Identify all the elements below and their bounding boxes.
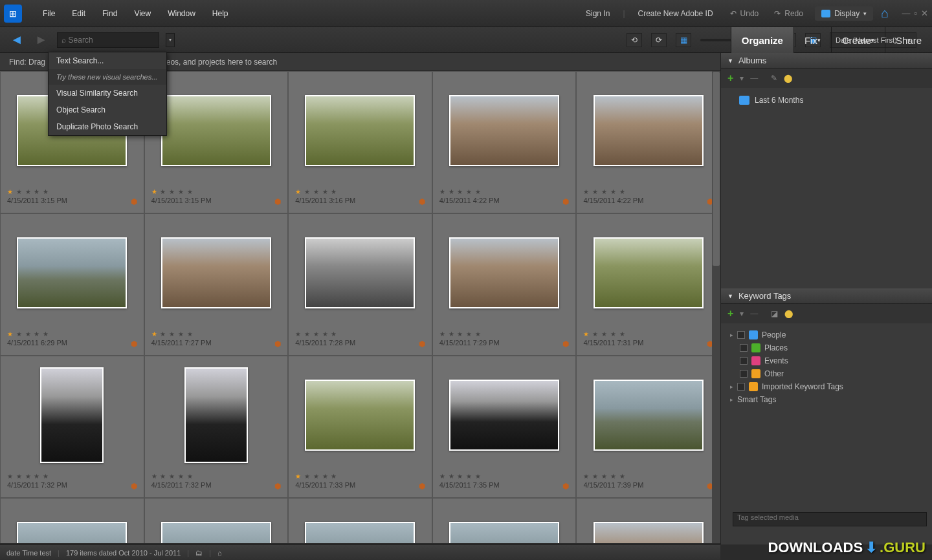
album-item-last6months[interactable]: Last 6 Months xyxy=(734,93,927,107)
thumbnail-tag-icon[interactable]: ⬢ xyxy=(562,197,569,206)
mode-tab-create[interactable]: Create ▾ xyxy=(831,27,885,53)
tag-other[interactable]: Other xyxy=(726,367,927,380)
thumbnail-tag-icon[interactable]: ⬢ xyxy=(419,197,425,206)
mode-tab-organize[interactable]: Organize xyxy=(731,27,793,53)
thumbnail-cell[interactable]: ★ ★ ★ ★ ★ 4/15/2011 7:33 PM⬢ xyxy=(288,356,432,498)
add-album-button[interactable]: + xyxy=(727,72,733,84)
thumbnail-tag-icon[interactable]: ⬢ xyxy=(274,339,281,349)
thumbnail-image[interactable] xyxy=(594,522,704,543)
thumbnail-image[interactable] xyxy=(161,95,271,166)
tag-checkbox[interactable] xyxy=(740,357,748,365)
thumbnail-image[interactable] xyxy=(594,237,704,308)
thumbnail-rating[interactable]: ★ ★ ★ ★ ★ xyxy=(7,188,137,195)
thumbnail-tag-icon[interactable]: ⬢ xyxy=(274,197,281,206)
thumbnail-rating[interactable]: ★ ★ ★ ★ ★ xyxy=(151,473,282,480)
thumbnail-rating[interactable]: ★ ★ ★ ★ ★ xyxy=(151,188,282,195)
tag-checkbox[interactable] xyxy=(737,383,745,391)
tag-events[interactable]: Events xyxy=(726,354,927,367)
display-dropdown[interactable]: Display▾ xyxy=(815,6,873,21)
thumbnail-tag-icon[interactable]: ⬢ xyxy=(131,339,137,349)
tag-checkbox[interactable] xyxy=(740,344,748,352)
vertical-scrollbar[interactable] xyxy=(712,71,720,543)
thumbnail-cell[interactable]: ★ ★ ★ ★ ★ 4/15/2011 7:28 PM⬢ xyxy=(288,213,432,356)
thumbnail-tag-icon[interactable]: ⬢ xyxy=(562,339,569,349)
tag-checkbox[interactable] xyxy=(737,331,745,339)
create-adobe-id-link[interactable]: Create New Adobe ID xyxy=(633,6,718,21)
tag-imported-keyword-tags[interactable]: ▸Imported Keyword Tags xyxy=(726,380,927,393)
status-icon[interactable]: 🗂 xyxy=(195,549,203,557)
thumbnail-rating[interactable]: ★ ★ ★ ★ ★ xyxy=(295,188,425,195)
thumbnail-cell[interactable]: ★ ★ ★ ★ ★ 4/15/2011 7:29 PM⬢ xyxy=(432,213,577,356)
thumbnail-image[interactable] xyxy=(449,522,559,543)
status-home-icon[interactable]: ⌂ xyxy=(217,549,222,557)
thumbnail-tag-icon[interactable]: ⬢ xyxy=(131,482,137,491)
thumbnail-tag-icon[interactable]: ⬢ xyxy=(419,339,425,349)
thumbnail-image[interactable] xyxy=(594,95,704,166)
thumbnail-image[interactable] xyxy=(17,237,127,308)
thumbnail-rating[interactable]: ★ ★ ★ ★ ★ xyxy=(295,330,425,338)
face-recognition-icon[interactable]: ◪ xyxy=(771,309,778,318)
nav-forward-button[interactable]: ► xyxy=(32,31,50,48)
thumbnail-cell[interactable]: ★ ★ ★ ★ ★ 4/15/2011 7:35 PM⬢ xyxy=(432,356,577,498)
keyword-tags-panel-header[interactable]: ▼Keyword Tags xyxy=(721,288,932,304)
thumbnail-rating[interactable]: ★ ★ ★ ★ ★ xyxy=(583,473,713,480)
dropdown-visual-similarity-search[interactable]: Visual Similarity Search xyxy=(49,85,166,102)
thumbnail-rating[interactable]: ★ ★ ★ ★ ★ xyxy=(583,330,713,338)
view-rotate-right-icon[interactable]: ⟳ xyxy=(651,33,667,47)
nav-back-button[interactable]: ◄ xyxy=(8,31,26,48)
thumbnail-rating[interactable]: ★ ★ ★ ★ ★ xyxy=(583,188,713,195)
minimize-button[interactable]: — xyxy=(902,8,910,18)
thumbnail-image[interactable] xyxy=(184,367,248,463)
thumbnail-image[interactable] xyxy=(40,367,104,463)
thumbnail-rating[interactable]: ★ ★ ★ ★ ★ xyxy=(439,330,570,338)
view-rotate-left-icon[interactable]: ⟲ xyxy=(627,33,642,47)
add-tag-button[interactable]: + xyxy=(727,308,733,319)
thumbnail-image[interactable] xyxy=(161,237,271,308)
mode-tab-fix[interactable]: Fix ▾ xyxy=(793,27,831,53)
thumbnail-image[interactable] xyxy=(449,237,559,308)
dropdown-duplicate-photo-search[interactable]: Duplicate Photo Search xyxy=(49,118,166,135)
thumbnail-tag-icon[interactable]: ⬢ xyxy=(419,482,425,491)
search-input[interactable] xyxy=(69,36,155,45)
view-thumbnails-icon[interactable]: ▦ xyxy=(676,33,691,47)
tags-tip-icon[interactable]: ⬤ xyxy=(784,309,793,318)
mode-tab-share[interactable]: Share xyxy=(885,27,932,53)
thumbnail-cell[interactable]: ★ ★ ★ ★ ★ ⬢ xyxy=(144,498,289,543)
tag-places[interactable]: Places xyxy=(726,341,927,354)
thumbnail-rating[interactable]: ★ ★ ★ ★ ★ xyxy=(439,188,570,195)
tag-media-input[interactable] xyxy=(733,513,926,521)
menu-help[interactable]: Help xyxy=(205,5,236,22)
thumbnail-cell[interactable]: ★ ★ ★ ★ ★ 4/15/2011 4:22 PM⬢ xyxy=(576,71,720,213)
thumbnail-image[interactable] xyxy=(594,380,704,451)
edit-album-icon[interactable]: ✎ xyxy=(771,74,777,83)
tag-checkbox[interactable] xyxy=(740,370,748,378)
dropdown-text-search[interactable]: Text Search... xyxy=(49,52,166,69)
thumbnail-cell[interactable]: ★ ★ ★ ★ ★ 4/15/2011 4:22 PM⬢ xyxy=(432,71,577,213)
home-icon[interactable]: ⌂ xyxy=(881,6,889,21)
redo-button[interactable]: ↷Redo xyxy=(770,6,807,21)
maximize-button[interactable]: ▫ xyxy=(914,8,917,18)
albums-tip-icon[interactable]: ⬤ xyxy=(784,74,792,83)
undo-button[interactable]: ↶Undo xyxy=(726,6,763,21)
search-dropdown-button[interactable]: ▾ xyxy=(166,33,175,47)
thumbnail-image[interactable] xyxy=(17,522,127,543)
thumbnail-tag-icon[interactable]: ⬢ xyxy=(274,482,281,491)
thumbnail-image[interactable] xyxy=(449,380,559,451)
thumbnail-rating[interactable]: ★ ★ ★ ★ ★ xyxy=(7,330,137,338)
thumbnail-cell[interactable]: ★ ★ ★ ★ ★ 4/15/2011 7:31 PM⬢ xyxy=(576,213,720,356)
close-button[interactable]: ✕ xyxy=(921,8,928,18)
thumbnail-cell[interactable]: ★ ★ ★ ★ ★ ⬢ xyxy=(576,498,720,543)
thumbnail-cell[interactable]: ★ ★ ★ ★ ★ 4/15/2011 7:27 PM⬢ xyxy=(144,213,289,356)
thumbnail-image[interactable] xyxy=(305,95,415,166)
thumbnail-cell[interactable]: ★ ★ ★ ★ ★ ⬢ xyxy=(288,498,432,543)
thumbnail-cell[interactable]: ★ ★ ★ ★ ★ 4/15/2011 7:39 PM⬢ xyxy=(576,356,720,498)
thumbnail-image[interactable] xyxy=(305,380,415,451)
smart-tags[interactable]: ▸Smart Tags xyxy=(726,393,927,406)
app-logo-icon[interactable]: ⊞ xyxy=(4,5,22,23)
thumbnail-image[interactable] xyxy=(449,95,559,166)
thumbnail-cell[interactable]: ★ ★ ★ ★ ★ 4/15/2011 7:32 PM⬢ xyxy=(144,356,289,498)
thumbnail-rating[interactable]: ★ ★ ★ ★ ★ xyxy=(7,473,137,480)
tag-people[interactable]: ▸People xyxy=(726,328,927,341)
thumbnail-rating[interactable]: ★ ★ ★ ★ ★ xyxy=(439,473,570,480)
search-input-container[interactable]: ⌕ xyxy=(57,32,159,48)
